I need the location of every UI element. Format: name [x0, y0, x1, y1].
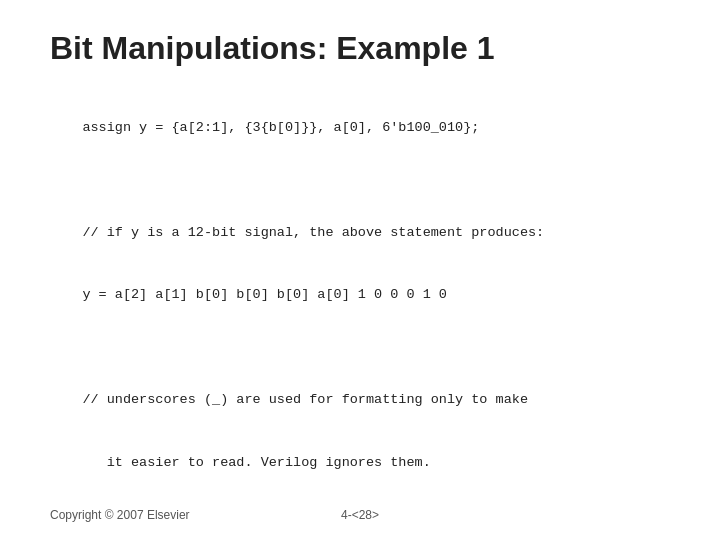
slide-container: Bit Manipulations: Example 1 assign y = … [0, 0, 720, 540]
code-block: assign y = {a[2:1], {3{b[0]}}, a[0], 6'b… [50, 97, 670, 495]
code-line-3: // if y is a 12-bit signal, the above st… [82, 225, 544, 240]
footer: Copyright © 2007 Elsevier 4-<28> [0, 508, 720, 522]
code-line-6: // underscores (_) are used for formatti… [82, 392, 528, 407]
code-line-7: it easier to read. Verilog ignores them. [82, 455, 430, 470]
copyright-text: Copyright © 2007 Elsevier [50, 508, 190, 522]
slide-title: Bit Manipulations: Example 1 [50, 30, 670, 67]
page-number: 4-<28> [341, 508, 379, 522]
code-line-4: y = a[2] a[1] b[0] b[0] b[0] a[0] 1 0 0 … [82, 287, 447, 302]
code-line-1: assign y = {a[2:1], {3{b[0]}}, a[0], 6'b… [82, 120, 479, 135]
